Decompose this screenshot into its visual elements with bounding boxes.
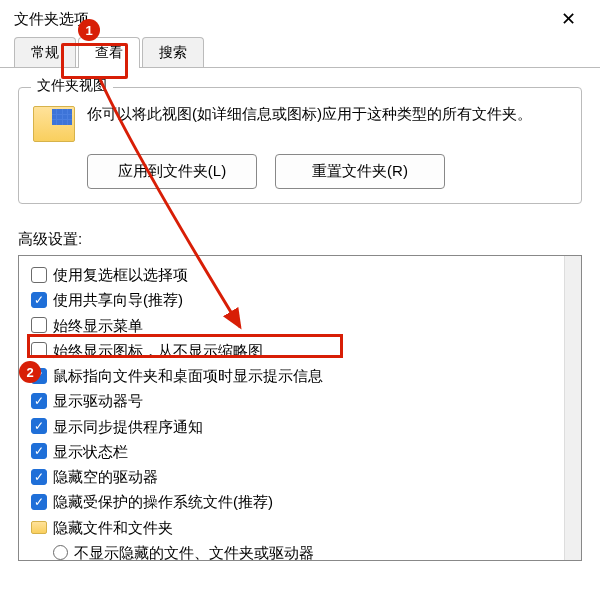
checkbox[interactable] (31, 342, 47, 358)
advanced-item-2[interactable]: 始终显示菜单 (31, 313, 573, 338)
checkbox[interactable] (31, 418, 47, 434)
advanced-settings-label: 高级设置: (18, 230, 582, 249)
advanced-settings-panel: 使用复选框以选择项使用共享向导(推荐)始终显示菜单始终显示图标，从不显示缩略图鼠… (18, 255, 582, 561)
item-label: 显示驱动器号 (53, 389, 143, 412)
item-label: 隐藏文件和文件夹 (53, 516, 173, 539)
tab-bar: 常规 查看 搜索 (0, 37, 600, 68)
advanced-item-5[interactable]: 显示驱动器号 (31, 388, 573, 413)
item-label: 隐藏空的驱动器 (53, 465, 158, 488)
item-label: 鼠标指向文件夹和桌面项时显示提示信息 (53, 364, 323, 387)
item-label: 不显示隐藏的文件、文件夹或驱动器 (74, 541, 314, 561)
folder-views-group: 文件夹视图 你可以将此视图(如详细信息或图标)应用于这种类型的所有文件夹。 应用… (18, 87, 582, 204)
item-label: 显示状态栏 (53, 440, 128, 463)
advanced-item-0[interactable]: 使用复选框以选择项 (31, 262, 573, 287)
scrollbar[interactable] (564, 256, 581, 560)
item-label: 使用复选框以选择项 (53, 263, 188, 286)
reset-folders-button[interactable]: 重置文件夹(R) (275, 154, 445, 189)
apply-to-folders-button[interactable]: 应用到文件夹(L) (87, 154, 257, 189)
advanced-item-3[interactable]: 始终显示图标，从不显示缩略图 (31, 338, 573, 363)
folder-views-desc: 你可以将此视图(如详细信息或图标)应用于这种类型的所有文件夹。 (87, 102, 567, 125)
checkbox[interactable] (31, 443, 47, 459)
item-label: 隐藏受保护的操作系统文件(推荐) (53, 490, 273, 513)
advanced-settings-list: 使用复选框以选择项使用共享向导(推荐)始终显示菜单始终显示图标，从不显示缩略图鼠… (19, 256, 581, 561)
advanced-item-7[interactable]: 显示状态栏 (31, 439, 573, 464)
advanced-item-1[interactable]: 使用共享向导(推荐) (31, 287, 573, 312)
checkbox[interactable] (31, 469, 47, 485)
close-icon[interactable]: ✕ (551, 6, 586, 32)
folder-icon (31, 521, 47, 534)
item-label: 始终显示图标，从不显示缩略图 (53, 339, 263, 362)
item-label: 始终显示菜单 (53, 314, 143, 337)
tab-view[interactable]: 查看 (78, 37, 140, 67)
checkbox[interactable] (31, 494, 47, 510)
radio[interactable] (53, 545, 68, 560)
advanced-item-11[interactable]: 不显示隐藏的文件、文件夹或驱动器 (31, 540, 573, 561)
tab-search[interactable]: 搜索 (142, 37, 204, 67)
item-label: 显示同步提供程序通知 (53, 415, 203, 438)
advanced-item-4[interactable]: 鼠标指向文件夹和桌面项时显示提示信息 (31, 363, 573, 388)
checkbox[interactable] (31, 292, 47, 308)
advanced-item-6[interactable]: 显示同步提供程序通知 (31, 414, 573, 439)
advanced-item-10[interactable]: 隐藏文件和文件夹 (31, 515, 573, 540)
checkbox[interactable] (31, 393, 47, 409)
tab-general[interactable]: 常规 (14, 37, 76, 67)
annotation-marker-1: 1 (78, 19, 100, 41)
item-label: 使用共享向导(推荐) (53, 288, 183, 311)
annotation-marker-2: 2 (19, 361, 41, 383)
folder-views-legend: 文件夹视图 (31, 77, 113, 95)
advanced-item-9[interactable]: 隐藏受保护的操作系统文件(推荐) (31, 489, 573, 514)
checkbox[interactable] (31, 267, 47, 283)
checkbox[interactable] (31, 317, 47, 333)
advanced-item-8[interactable]: 隐藏空的驱动器 (31, 464, 573, 489)
folder-icon (33, 106, 75, 142)
